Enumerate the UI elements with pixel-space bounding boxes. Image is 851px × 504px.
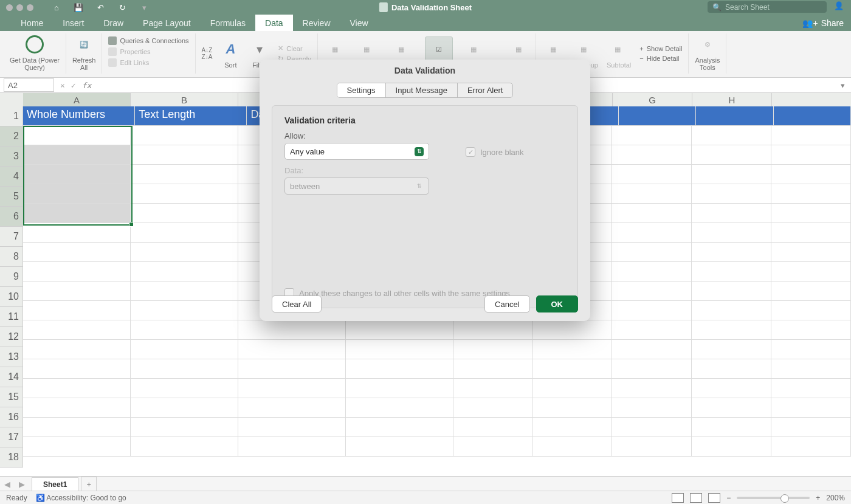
cell[interactable]: [23, 418, 131, 437]
cell[interactable]: [612, 398, 692, 418]
cell[interactable]: [692, 359, 771, 379]
cell[interactable]: [692, 145, 771, 165]
zoom-slider[interactable]: [737, 497, 810, 499]
qat-dropdown-icon[interactable]: ▾: [139, 2, 149, 12]
cell[interactable]: [692, 243, 771, 262]
cell[interactable]: [131, 165, 238, 184]
cell[interactable]: [612, 320, 692, 340]
cell[interactable]: [771, 418, 851, 437]
window-controls[interactable]: [6, 4, 33, 11]
cell[interactable]: [532, 359, 612, 379]
row-header[interactable]: 5: [0, 187, 23, 207]
get-data-button[interactable]: Get Data (Power Query): [4, 33, 66, 74]
subtotal-button[interactable]: ▦Subtotal: [607, 38, 631, 69]
queries-connections-button[interactable]: Queries & Connections: [108, 36, 188, 45]
cell[interactable]: [238, 437, 346, 457]
accept-formula-icon[interactable]: ✓: [71, 81, 76, 90]
show-detail-button[interactable]: +Show Detail: [639, 45, 682, 52]
cell[interactable]: [131, 301, 238, 320]
dialog-tab-error-alert[interactable]: Error Alert: [458, 83, 513, 97]
zoom-in-button[interactable]: +: [816, 494, 820, 502]
cell[interactable]: [131, 243, 238, 262]
cell[interactable]: [692, 418, 771, 437]
cell[interactable]: [692, 204, 771, 223]
cancel-button[interactable]: Cancel: [484, 295, 529, 312]
ribbon-tab-review[interactable]: Review: [293, 15, 340, 31]
cell[interactable]: [23, 359, 131, 379]
cell[interactable]: [619, 106, 696, 126]
cell[interactable]: [453, 418, 533, 437]
cell[interactable]: [131, 145, 238, 165]
cell[interactable]: [131, 204, 238, 223]
cell[interactable]: [771, 281, 851, 301]
clear-all-button[interactable]: Clear All: [272, 295, 322, 312]
cell[interactable]: [612, 223, 692, 243]
row-header[interactable]: 6: [0, 207, 23, 227]
cell[interactable]: [453, 379, 533, 398]
cell[interactable]: [238, 359, 346, 379]
cell[interactable]: [23, 281, 131, 301]
cell[interactable]: [131, 223, 238, 243]
hide-detail-button[interactable]: −Hide Detail: [639, 55, 679, 62]
row-header[interactable]: 9: [0, 267, 23, 287]
cell[interactable]: [453, 437, 533, 457]
row-header[interactable]: 13: [0, 347, 23, 367]
row-header[interactable]: 1: [0, 106, 23, 126]
cell[interactable]: [532, 320, 612, 340]
column-header[interactable]: B: [131, 93, 238, 106]
row-header[interactable]: 14: [0, 367, 23, 387]
cell[interactable]: [131, 359, 238, 379]
select-all-button[interactable]: [0, 93, 24, 107]
cell[interactable]: [131, 340, 238, 359]
cell[interactable]: [23, 437, 131, 457]
cell[interactable]: [453, 320, 533, 340]
row-header[interactable]: 2: [0, 126, 23, 147]
cell[interactable]: [23, 340, 131, 359]
cell[interactable]: [532, 398, 612, 418]
cell[interactable]: [532, 379, 612, 398]
cell[interactable]: [771, 301, 851, 320]
cell[interactable]: [692, 379, 771, 398]
cell[interactable]: [771, 320, 851, 340]
cell[interactable]: [612, 359, 692, 379]
cell[interactable]: [23, 320, 131, 340]
sort-button[interactable]: A Sort: [219, 38, 241, 69]
row-header[interactable]: 15: [0, 387, 23, 407]
name-box[interactable]: A2: [4, 78, 54, 92]
ribbon-tab-view[interactable]: View: [340, 15, 378, 31]
cell[interactable]: [131, 418, 238, 437]
fx-icon[interactable]: fx: [82, 81, 92, 90]
cell[interactable]: [131, 126, 238, 145]
cell[interactable]: [23, 126, 131, 145]
row-header[interactable]: 10: [0, 287, 23, 307]
cell[interactable]: [612, 379, 692, 398]
cell[interactable]: [346, 398, 453, 418]
cell[interactable]: [612, 262, 692, 281]
cell[interactable]: [771, 398, 851, 418]
cell[interactable]: [692, 262, 771, 281]
sheet-nav-next-icon[interactable]: ▶: [15, 480, 29, 489]
zoom-out-button[interactable]: −: [726, 494, 731, 502]
ribbon-tab-data[interactable]: Data: [255, 15, 293, 31]
cell[interactable]: [346, 320, 453, 340]
cell[interactable]: [771, 204, 851, 223]
add-sheet-button[interactable]: +: [81, 477, 97, 491]
cell[interactable]: [612, 243, 692, 262]
cell[interactable]: [692, 437, 771, 457]
column-header[interactable]: H: [692, 93, 772, 106]
cancel-formula-icon[interactable]: ×: [60, 81, 65, 90]
cell[interactable]: [238, 418, 346, 437]
row-header[interactable]: 11: [0, 307, 23, 327]
cell[interactable]: [692, 320, 771, 340]
cell[interactable]: [692, 165, 771, 184]
cell[interactable]: [131, 320, 238, 340]
cell[interactable]: [774, 106, 851, 126]
dialog-tab-settings[interactable]: Settings: [337, 83, 386, 97]
cell[interactable]: [692, 301, 771, 320]
cell[interactable]: [771, 243, 851, 262]
cell[interactable]: [612, 437, 692, 457]
cell[interactable]: [23, 301, 131, 320]
cell[interactable]: Whole Numbers: [23, 106, 135, 126]
cell[interactable]: [453, 398, 533, 418]
row-header[interactable]: 12: [0, 327, 23, 347]
